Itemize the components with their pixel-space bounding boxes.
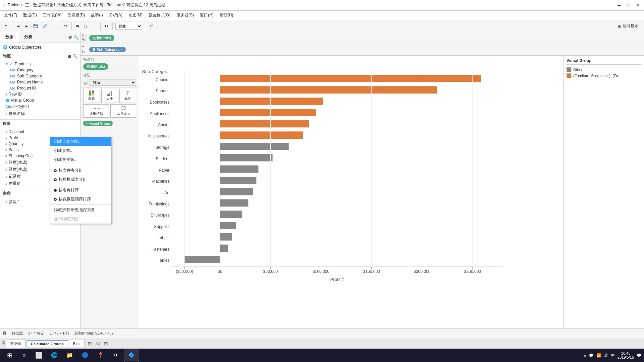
taskapp-chrome[interactable]: 🔵 [78, 349, 93, 361]
datasource-tab[interactable]: 数据源 [6, 340, 26, 348]
svg-rect-4 [220, 86, 437, 94]
color-btn[interactable]: 颜色 [83, 89, 100, 103]
ctx-group-by-folder[interactable]: 按文件夹分组 [50, 166, 111, 175]
legend-panel: Visual Group Other (Furniture, Bookcases… [564, 56, 644, 328]
maximize-button[interactable]: □ [625, 2, 632, 9]
menu-window[interactable]: 窗口(N) [197, 12, 216, 19]
menu-story[interactable]: 故事(I) [88, 12, 105, 19]
back-button[interactable]: ◄ [15, 23, 22, 29]
row-pill[interactable]: ☰ Sub-Category ≠ [89, 47, 126, 52]
fit-select[interactable]: 标准 [115, 23, 142, 29]
tableau-icon-btn[interactable]: ✦ [3, 23, 9, 29]
save-button[interactable]: 💾 [32, 23, 40, 29]
svg-text:Furnishings: Furnishings [149, 202, 169, 206]
field-discount[interactable]: # Discount [0, 129, 80, 135]
search-button[interactable]: ○ [17, 349, 31, 361]
menu-map[interactable]: 地图(M) [126, 12, 145, 19]
sys-chevron-icon[interactable]: ∧ [584, 353, 586, 358]
add-datasource-button[interactable]: 🔗 [41, 23, 49, 29]
field-label: 度量名称 [9, 111, 25, 117]
field-label: 参数 1 [9, 199, 20, 205]
svg-text:Copiers: Copiers [156, 77, 169, 82]
redo-button[interactable]: ↪ [62, 23, 69, 29]
legend-item-furniture[interactable]: (Furniture, Bookcases), (Fu... [567, 73, 641, 78]
hash-icon: # [5, 175, 7, 178]
row-col-area: ⁞⁞⁞ 列 总和(Profit) ≡ 行 ☰ Sub-Category ≠ [80, 32, 644, 56]
menu-help[interactable]: 帮助(H) [217, 12, 236, 19]
label-btn[interactable]: T 标签 [119, 89, 136, 103]
menu-analysis[interactable]: 分析(A) [106, 12, 125, 19]
taskapp-tableau[interactable]: 🔷 [124, 349, 139, 361]
legend-color-furniture [567, 73, 571, 78]
taskview-button[interactable]: ⬜ [32, 349, 46, 361]
menu-data[interactable]: 数据(D) [20, 12, 40, 19]
taskapp-maps[interactable]: 📍 [93, 349, 108, 361]
grid-view-icon[interactable]: ⊞ [69, 35, 72, 40]
sort-asc-button[interactable]: ↑↓ [82, 23, 89, 29]
fit-button[interactable]: ⊡ [103, 23, 110, 29]
legend-item-other[interactable]: Other [567, 67, 641, 72]
close-button[interactable]: ✕ [635, 2, 641, 9]
ctx-sort-by-name[interactable]: 按名称排序 [50, 186, 111, 195]
filter-pill[interactable]: 总和(Profit) [83, 63, 108, 70]
sys-volume-icon[interactable]: 🔊 [604, 353, 608, 358]
taskapp-unknown1[interactable]: ✈ [109, 349, 123, 361]
swap-button[interactable]: ⇆ [74, 23, 81, 29]
field-measure-names[interactable]: # 度量名称 [0, 110, 80, 117]
tooltip-btn[interactable]: 💬 工具提示 [110, 104, 136, 118]
menu-worksheet[interactable]: 工作表(W) [40, 12, 64, 19]
show-labels-button[interactable]: 🏷 [148, 23, 155, 29]
field-label: 纬度(生成) [9, 160, 28, 165]
search-fields-icon[interactable]: 🔍 [72, 54, 77, 59]
app-logo: T [3, 3, 6, 8]
field-productid[interactable]: Abc Product ID [0, 85, 80, 91]
datasource-row[interactable]: 🌐 Global Superstore [0, 43, 80, 52]
ctx-create-folder[interactable]: 创建文件夹... [50, 155, 111, 164]
ctx-sort-by-datasource[interactable]: 按数据源顺序排序 [50, 195, 111, 204]
field-products[interactable]: ▼ 🗂 Products [0, 61, 80, 67]
sys-china-icon[interactable]: 中 [611, 353, 615, 358]
marks-type-select[interactable]: 自动 [90, 79, 136, 86]
notification-icon[interactable]: 💬 [637, 353, 641, 358]
undo-button[interactable]: ↩ [55, 23, 61, 29]
tab-calculated-groups[interactable]: Calculated Groups [26, 340, 68, 347]
taskapp-edge[interactable]: 🌐 [47, 349, 62, 361]
detail-btn[interactable]: ⋯⋯ 详细信息 [83, 104, 109, 118]
taskapp-explorer[interactable]: 📁 [62, 349, 77, 361]
start-button[interactable]: ⊞ [3, 349, 16, 361]
sort-icon[interactable]: ⊞ [68, 54, 71, 59]
field-label: Sub-Category [17, 74, 42, 78]
forward-button[interactable]: ► [23, 23, 30, 29]
sys-wifi-icon[interactable]: 📶 [596, 353, 601, 358]
menu-server[interactable]: 服务器(S) [174, 12, 197, 19]
sort-desc-button[interactable]: ↓↑ [91, 23, 98, 29]
new-sheet-icon[interactable]: ⊞ [87, 340, 93, 347]
clear-sheet-icon[interactable]: ⊟ [103, 340, 109, 347]
ctx-create-param[interactable]: 创建参数... [50, 146, 111, 155]
sys-wechat-icon[interactable]: 💬 [589, 353, 594, 358]
menu-dashboard[interactable]: 仪表板(B) [65, 12, 88, 19]
field-subcategory[interactable]: Abc Sub-Category [0, 73, 80, 79]
field-category[interactable]: Abc Category [0, 67, 80, 73]
smart-display-button[interactable]: ⊞ 智能显示 [615, 22, 641, 29]
field-label: 经度(生成) [9, 167, 28, 172]
marks-group-pill[interactable]: ● Visual Group [83, 121, 113, 126]
ctx-group-by-table[interactable]: 按数据源表分组 [50, 175, 111, 184]
field-rowid[interactable]: # Row ID [0, 91, 80, 97]
col-pill[interactable]: 总和(Profit) [89, 35, 114, 41]
ctx-radio-dot-3 [54, 189, 57, 192]
field-category-group[interactable]: Abc 种类分组 [0, 103, 80, 110]
field-visualgroup[interactable]: 🌐 Visual Group [0, 97, 80, 103]
tab-bins[interactable]: Bins [69, 340, 85, 347]
minimize-button[interactable]: ─ [616, 2, 623, 9]
menu-format[interactable]: 设置格式(O) [146, 12, 173, 19]
size-btn[interactable]: 大小 [101, 89, 118, 103]
field-productname[interactable]: Abc Product Name [0, 79, 80, 85]
duplicate-sheet-icon[interactable]: ⧉ [95, 340, 101, 347]
ctx-hide-unused[interactable]: 隐藏所有未使用的字段 [50, 205, 111, 215]
tab-data[interactable]: 数据 [0, 32, 19, 43]
menu-file[interactable]: 文件(F) [1, 12, 20, 19]
ctx-create-calc-field[interactable]: 创建计算字段... [50, 137, 111, 146]
search-icon[interactable]: 🔍 [74, 35, 79, 40]
tab-analysis[interactable]: 分析 [19, 32, 38, 43]
